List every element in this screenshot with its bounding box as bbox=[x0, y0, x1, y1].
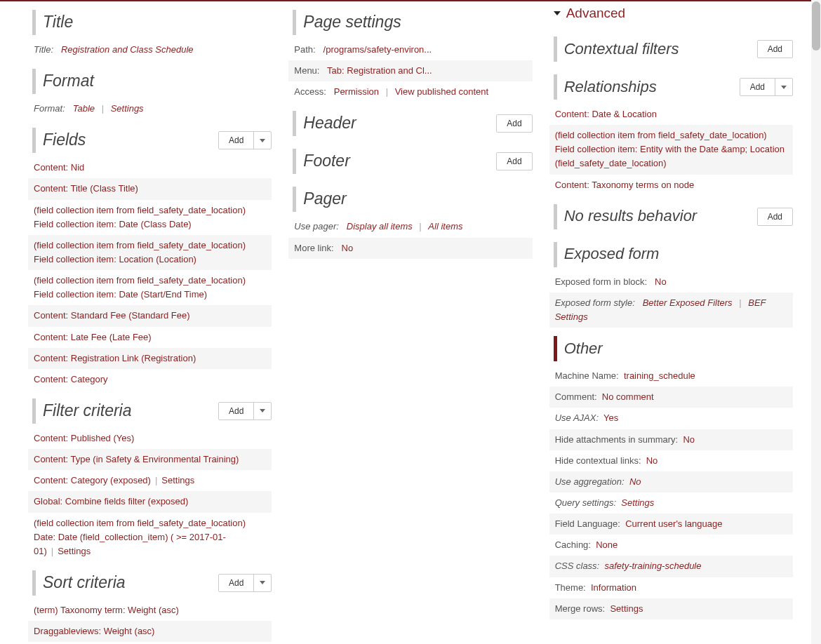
other-row-value-link[interactable]: Settings bbox=[621, 497, 654, 508]
other-row-value-link[interactable]: training_schedule bbox=[624, 370, 695, 381]
fields-add-caret[interactable] bbox=[253, 132, 271, 149]
other-row-value-link[interactable]: Yes bbox=[603, 412, 618, 423]
field-item-link[interactable]: Content: Late Fee (Late Fee) bbox=[34, 332, 152, 342]
use-pager-value-link[interactable]: Display all items bbox=[347, 221, 413, 232]
other-row-value-link[interactable]: No bbox=[683, 434, 695, 445]
list-item: Content: Type (in Safety & Environmental… bbox=[28, 449, 272, 470]
title-value-link[interactable]: Registration and Class Schedule bbox=[61, 44, 194, 55]
list-item: Theme: Information bbox=[549, 577, 793, 598]
path-value-link[interactable]: /programs/safety-environ... bbox=[323, 44, 432, 55]
other-row-label: Use AJAX: bbox=[555, 412, 599, 423]
list-item: Query settings: Settings bbox=[549, 492, 793, 514]
section-title-footer: Footer bbox=[303, 151, 349, 172]
add-label: Add bbox=[219, 403, 253, 420]
other-row-value-link[interactable]: None bbox=[596, 539, 618, 550]
sort-add-button[interactable]: Add bbox=[218, 574, 272, 592]
section-title-page-settings: Page settings bbox=[303, 12, 401, 33]
field-item-link[interactable]: (field collection item from field_safety… bbox=[34, 275, 246, 300]
format-value-link[interactable]: Table bbox=[73, 103, 95, 114]
field-item-link[interactable]: Content: Title (Class Title) bbox=[34, 183, 138, 194]
field-item-link[interactable]: (field collection item from field_safety… bbox=[34, 240, 246, 264]
list-item: Field Language: Current user's language bbox=[549, 514, 793, 535]
list-item: Content: Date & Location bbox=[549, 104, 793, 125]
add-label: Add bbox=[740, 79, 775, 95]
advanced-toggle[interactable]: Advanced bbox=[554, 6, 626, 21]
scrollbar-track[interactable] bbox=[811, 0, 821, 644]
sort-item-link[interactable]: (term) Taxonomy term: Weight (asc) bbox=[34, 605, 179, 615]
scrollbar-thumb[interactable] bbox=[812, 1, 820, 51]
chevron-down-icon bbox=[260, 581, 265, 584]
exposed-block-row: Exposed form in block: No bbox=[549, 271, 793, 293]
list-item: Content: Category bbox=[28, 369, 272, 390]
filter-item-link[interactable]: Content: Published (Yes) bbox=[34, 433, 134, 443]
list-item: (field collection item from field_safety… bbox=[28, 200, 272, 235]
sort-item-link[interactable]: Draggableviews: Weight (asc) bbox=[34, 626, 154, 636]
other-row-value-link[interactable]: safety-training-schedule bbox=[604, 561, 701, 571]
list-item: Machine Name: training_schedule bbox=[549, 365, 793, 387]
chevron-down-icon bbox=[260, 139, 265, 142]
use-pager-extra-link[interactable]: All items bbox=[428, 221, 462, 232]
field-item-link[interactable]: Content: Category bbox=[34, 374, 108, 384]
list-item: Content: Published (Yes) bbox=[28, 428, 272, 449]
list-item: Global: Combine fields filter (exposed) bbox=[28, 491, 272, 512]
other-row-value-link[interactable]: Information bbox=[591, 582, 636, 593]
relationships-add-caret[interactable] bbox=[775, 79, 792, 95]
list-item: CSS class: safety-training-schedule bbox=[549, 556, 793, 577]
section-title-other: Other bbox=[564, 339, 603, 359]
chevron-down-icon bbox=[781, 86, 787, 89]
list-item: (field collection item from field_safety… bbox=[549, 125, 793, 174]
no-results-add-button[interactable]: Add bbox=[757, 208, 793, 226]
section-title-header: Header bbox=[303, 113, 356, 134]
section-title-fields: Fields bbox=[43, 130, 86, 151]
exposed-style-value-link[interactable]: Better Exposed Filters bbox=[643, 297, 733, 308]
exposed-block-value-link[interactable]: No bbox=[655, 276, 667, 287]
more-link-value-link[interactable]: No bbox=[342, 243, 354, 253]
other-row-value-link[interactable]: Current user's language bbox=[625, 518, 722, 529]
list-item: Content: Category (exposed)|Settings bbox=[28, 470, 272, 491]
format-settings-link[interactable]: Settings bbox=[111, 103, 144, 114]
filter-settings-link[interactable]: Settings bbox=[161, 475, 194, 485]
menu-value-link[interactable]: Tab: Registration and Cl... bbox=[327, 65, 432, 76]
list-item: Content: Nid bbox=[28, 157, 272, 178]
filter-item-link[interactable]: Global: Combine fields filter (exposed) bbox=[34, 496, 188, 507]
other-row-value-link[interactable]: No bbox=[629, 476, 641, 487]
header-add-button[interactable]: Add bbox=[496, 114, 532, 133]
more-link-label: More link: bbox=[294, 243, 333, 253]
filter-item-link[interactable]: Content: Category (exposed) bbox=[34, 475, 151, 485]
list-item: Content: Taxonomy terms on node bbox=[549, 175, 793, 196]
footer-add-button[interactable]: Add bbox=[496, 152, 532, 170]
other-row-label: Comment: bbox=[555, 391, 597, 402]
field-item-link[interactable]: Content: Standard Fee (Standard Fee) bbox=[34, 310, 190, 321]
list-item: Use aggregation: No bbox=[549, 471, 793, 492]
section-title-no-results: No results behavior bbox=[564, 206, 697, 227]
list-item: Hide attachments in summary: No bbox=[549, 429, 793, 450]
other-row-value-link[interactable]: Settings bbox=[610, 603, 643, 614]
list-item: Content: Title (Class Title) bbox=[28, 178, 272, 199]
filter-item-link[interactable]: Content: Type (in Safety & Environmental… bbox=[34, 454, 239, 464]
contextual-add-button[interactable]: Add bbox=[757, 40, 793, 58]
field-item-link[interactable]: (field collection item from field_safety… bbox=[34, 205, 246, 229]
caret-down-icon bbox=[554, 11, 561, 15]
other-row-value-link[interactable]: No bbox=[646, 455, 658, 466]
other-row-value-link[interactable]: No comment bbox=[602, 391, 654, 402]
exposed-style-row: Exposed form style: Better Exposed Filte… bbox=[549, 293, 793, 328]
filters-add-caret[interactable] bbox=[253, 403, 271, 420]
field-item-link[interactable]: Content: Registration Link (Registration… bbox=[34, 353, 196, 363]
relationships-add-button[interactable]: Add bbox=[740, 78, 793, 96]
fields-add-button[interactable]: Add bbox=[218, 131, 272, 149]
access-extra-link[interactable]: View published content bbox=[395, 86, 488, 97]
relationship-item-link[interactable]: (field collection item from field_safety… bbox=[555, 130, 785, 168]
relationship-item-link[interactable]: Content: Date & Location bbox=[555, 109, 657, 119]
menu-label: Menu: bbox=[294, 65, 319, 76]
section-title-exposed-form: Exposed form bbox=[564, 244, 660, 264]
other-row-label: Query settings: bbox=[555, 497, 616, 508]
access-value-link[interactable]: Permission bbox=[334, 86, 379, 97]
format-row: Format: Table | Settings bbox=[28, 98, 272, 119]
filter-settings-link[interactable]: Settings bbox=[58, 546, 91, 556]
other-row-label: Use aggregation: bbox=[555, 476, 625, 487]
field-item-link[interactable]: Content: Nid bbox=[34, 162, 84, 173]
relationship-item-link[interactable]: Content: Taxonomy terms on node bbox=[555, 180, 695, 190]
more-link-row: More link: No bbox=[288, 238, 532, 259]
sort-add-caret[interactable] bbox=[253, 575, 271, 591]
filters-add-button[interactable]: Add bbox=[218, 402, 272, 420]
